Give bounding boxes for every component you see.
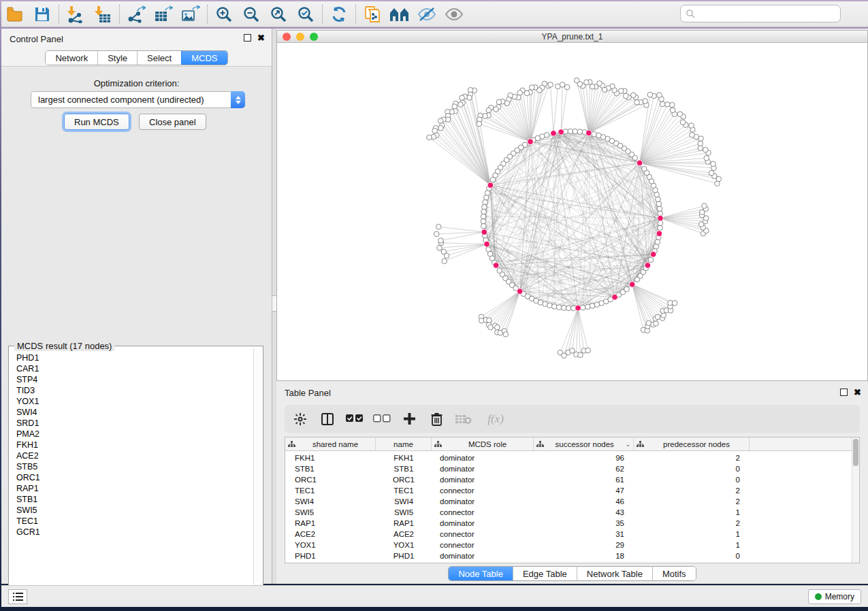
graph-node[interactable] (481, 224, 487, 229)
graph-node[interactable] (556, 305, 562, 310)
table-row[interactable]: SWI4SWI4dominator462 (285, 496, 852, 507)
graph-node[interactable] (486, 108, 492, 113)
graph-node[interactable] (690, 132, 695, 137)
mcds-node[interactable] (558, 129, 564, 135)
graph-node[interactable] (436, 224, 441, 229)
mcds-node[interactable] (517, 288, 523, 295)
graph-node[interactable] (481, 209, 487, 214)
open-file-icon[interactable] (1, 3, 29, 26)
graph-node[interactable] (648, 257, 654, 263)
graph-node[interactable] (656, 201, 662, 207)
graph-node[interactable] (529, 85, 534, 90)
table-tab-edge-table[interactable]: Edge Table (513, 567, 577, 580)
graph-node[interactable] (483, 195, 489, 201)
graph-node[interactable] (496, 99, 502, 105)
graph-node[interactable] (658, 225, 663, 231)
graph-node[interactable] (490, 177, 496, 182)
close-table-panel-icon[interactable]: ✖ (854, 389, 861, 396)
table-row[interactable]: STB1STB1dominator620 (285, 463, 852, 474)
graph-node[interactable] (657, 93, 662, 98)
graph-node[interactable] (702, 203, 707, 209)
graph-node[interactable] (704, 156, 709, 161)
graph-node[interactable] (564, 84, 570, 90)
show-columns-icon[interactable] (319, 410, 336, 428)
graph-node[interactable] (585, 348, 591, 353)
mcds-node[interactable] (650, 251, 656, 257)
graph-node[interactable] (427, 135, 432, 140)
mcds-result-item[interactable]: RAP1 (16, 483, 253, 494)
graph-node[interactable] (566, 306, 571, 311)
column-header-shared-name[interactable]: shared name (285, 437, 376, 450)
graph-node[interactable] (677, 112, 683, 117)
graph-node[interactable] (482, 204, 487, 210)
table-tab-network-table[interactable]: Network Table (577, 567, 652, 580)
table-row[interactable]: SWI5SWI5connector431 (285, 507, 852, 518)
mcds-result-list[interactable]: PHD1CAR1STP4TID3YOX1SWI4SRD1PMA2FKH1ACE2… (11, 348, 253, 597)
float-table-panel-icon[interactable] (840, 389, 848, 396)
table-scrollbar[interactable] (852, 437, 859, 563)
mcds-node[interactable] (629, 282, 635, 288)
graph-node[interactable] (487, 318, 492, 323)
import-table-icon[interactable] (89, 3, 116, 26)
graph-node[interactable] (660, 101, 665, 107)
graph-node[interactable] (642, 166, 647, 171)
save-session-icon[interactable] (29, 3, 56, 26)
mcds-result-item[interactable]: SWI4 (16, 407, 253, 418)
graph-node[interactable] (560, 82, 565, 88)
graph-node[interactable] (495, 325, 500, 330)
graph-node[interactable] (631, 93, 637, 98)
search-box[interactable] (680, 5, 841, 22)
table-row[interactable]: FKH1FKH1dominator962 (285, 452, 852, 463)
graph-node[interactable] (483, 199, 488, 205)
float-panel-icon[interactable] (244, 34, 251, 42)
graph-node[interactable] (481, 218, 486, 224)
graph-node[interactable] (460, 95, 465, 101)
graph-node[interactable] (670, 108, 675, 113)
graph-node[interactable] (698, 141, 703, 146)
clone-network-icon[interactable] (359, 3, 386, 26)
graph-node[interactable] (467, 95, 472, 101)
mcds-result-item[interactable]: STB5 (16, 461, 253, 472)
mcds-result-item[interactable]: CAR1 (16, 363, 253, 374)
tab-mcds[interactable]: MCDS (181, 51, 227, 65)
graph-node[interactable] (477, 121, 482, 127)
task-history-button[interactable] (8, 589, 27, 604)
mcds-node[interactable] (658, 215, 664, 221)
zoom-in-icon[interactable] (210, 3, 238, 26)
close-panel-icon[interactable]: ✖ (257, 34, 265, 42)
mcds-result-item[interactable]: STP4 (16, 374, 253, 385)
graph-node[interactable] (634, 100, 640, 105)
show-all-icon[interactable] (440, 3, 468, 26)
mcds-result-item[interactable]: ORC1 (16, 472, 253, 483)
graph-node[interactable] (578, 352, 583, 358)
table-row[interactable]: YOX1YOX1connector291 (285, 540, 852, 550)
first-neighbors-icon[interactable] (386, 3, 413, 26)
mcds-node[interactable] (528, 139, 534, 145)
graph-node[interactable] (647, 92, 653, 97)
mcds-node[interactable] (586, 130, 592, 136)
table-tab-motifs[interactable]: Motifs (652, 567, 696, 580)
graph-node[interactable] (444, 253, 449, 259)
table-row[interactable]: PHD1PHD1dominator180 (285, 550, 852, 561)
graph-node[interactable] (624, 93, 629, 99)
graph-node[interactable] (574, 78, 579, 83)
mcds-node[interactable] (484, 242, 490, 248)
memory-button[interactable]: Memory (808, 589, 861, 604)
scrollbar-thumb[interactable] (853, 439, 858, 466)
mcds-result-item[interactable]: SRD1 (16, 418, 253, 429)
delete-columns-icon[interactable] (428, 410, 445, 428)
column-header-name[interactable]: name (376, 437, 432, 450)
graph-node[interactable] (657, 206, 662, 212)
graph-node[interactable] (655, 240, 660, 245)
mcds-result-item[interactable]: TID3 (16, 385, 253, 396)
graph-node[interactable] (577, 129, 583, 135)
tab-network[interactable]: Network (46, 51, 97, 65)
graph-node[interactable] (592, 131, 597, 137)
mcds-list-scrollbar[interactable] (253, 348, 261, 598)
graph-node[interactable] (442, 259, 447, 264)
search-input[interactable] (695, 9, 840, 18)
graph-node[interactable] (458, 102, 464, 108)
column-header-MCDS-role[interactable]: MCDS role (432, 437, 534, 450)
table-row[interactable]: ACE2ACE2connector311 (285, 529, 852, 540)
graph-node[interactable] (551, 304, 557, 310)
